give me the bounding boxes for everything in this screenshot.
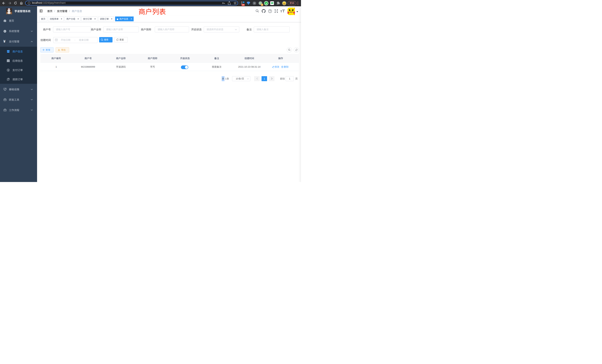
- svg-text:⌘: ⌘: [253, 2, 256, 4]
- svg-text:y: y: [266, 2, 267, 5]
